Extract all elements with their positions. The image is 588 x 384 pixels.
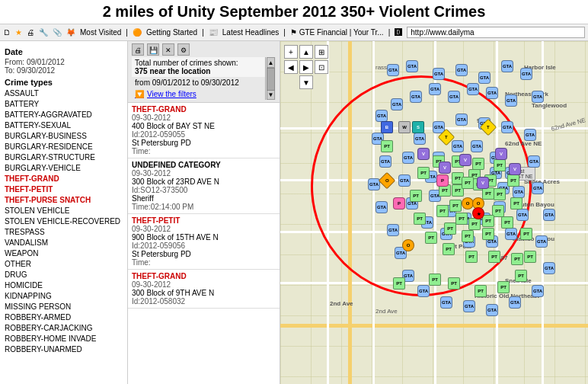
crime-marker[interactable]: GTA <box>505 228 517 240</box>
crime-marker[interactable]: PT <box>425 232 437 244</box>
crime-marker[interactable]: ★ <box>472 207 484 219</box>
crime-marker[interactable]: PT <box>448 277 460 290</box>
crime-marker[interactable]: PT <box>462 230 474 242</box>
crime-marker[interactable]: GTA <box>524 129 536 141</box>
scroll-thumb[interactable] <box>267 68 275 91</box>
crime-marker[interactable]: GTA <box>455 64 468 76</box>
crime-type-item[interactable]: ROBBERY-CARJACKING <box>5 323 123 334</box>
crime-marker[interactable]: PT <box>393 277 405 290</box>
crime-marker[interactable]: PT <box>510 197 522 210</box>
crime-marker[interactable]: PT <box>381 140 393 152</box>
crime-marker[interactable]: PT <box>455 213 468 225</box>
crime-marker[interactable]: PT <box>410 190 422 202</box>
crime-marker[interactable]: V <box>477 177 489 189</box>
crime-marker[interactable]: W <box>398 121 411 133</box>
crime-marker[interactable]: GTA <box>375 110 388 122</box>
crime-marker[interactable]: P <box>393 197 405 210</box>
scroll-down[interactable]: ▼ <box>267 89 275 100</box>
crime-marker[interactable]: GTA <box>535 235 548 248</box>
crime-type-item[interactable]: KIDNAPPING <box>5 291 123 302</box>
crime-type-item[interactable]: STOLEN VEHICLE <box>5 206 123 216</box>
crime-marker[interactable]: GTA <box>513 186 525 198</box>
crime-marker[interactable]: O <box>379 172 396 190</box>
crime-type-item[interactable]: BURGLARY-STRUCTURE <box>5 152 123 163</box>
crime-marker[interactable]: GTA <box>448 91 460 103</box>
crime-type-item[interactable]: ASSAULT <box>5 88 123 99</box>
crime-type-item[interactable]: WEAPON <box>5 248 123 259</box>
crime-type-item[interactable]: HOMICIDE <box>5 280 123 291</box>
crime-marker[interactable]: GTA <box>509 296 521 309</box>
crime-marker[interactable]: GTA <box>452 140 464 152</box>
crime-marker[interactable]: GTA <box>516 209 529 221</box>
crime-marker[interactable]: GTA <box>379 155 391 168</box>
crime-marker[interactable]: GTA <box>486 304 498 316</box>
crime-marker[interactable]: GTA <box>520 68 532 80</box>
crime-marker[interactable]: P <box>436 174 449 187</box>
crime-marker[interactable]: GTA <box>391 98 403 110</box>
crime-type-item[interactable]: THEFT-PETIT <box>5 184 123 195</box>
crime-marker[interactable]: PT <box>497 281 510 293</box>
crime-marker[interactable]: V <box>495 148 507 160</box>
crime-type-item[interactable]: OTHER <box>5 259 123 270</box>
crime-type-item[interactable]: BATTERY-AGGRAVATED <box>5 110 123 120</box>
crime-marker[interactable]: PT <box>501 216 513 229</box>
zoom-full-btn[interactable]: ⊞ <box>315 45 328 59</box>
crime-marker[interactable]: GTA <box>528 155 540 168</box>
crime-marker[interactable]: V <box>417 148 430 160</box>
crime-marker[interactable]: PT <box>414 213 426 225</box>
crime-type-item[interactable]: ROBBERY-ARMED <box>5 312 123 323</box>
crime-marker[interactable]: GTA <box>543 262 555 274</box>
crime-marker[interactable]: GTA <box>501 60 513 72</box>
crime-marker[interactable]: GTA <box>463 300 475 312</box>
crime-marker[interactable]: GTA <box>429 83 441 95</box>
crime-marker[interactable]: V <box>459 154 471 166</box>
crime-marker[interactable]: GTA <box>532 285 544 297</box>
print-icon[interactable]: 🖨 <box>132 43 144 56</box>
crime-marker[interactable]: GTA <box>375 201 388 213</box>
crime-marker[interactable]: PT <box>515 270 527 282</box>
crime-type-item[interactable]: THEFT-GRAND <box>5 174 123 184</box>
crime-marker[interactable]: GTA <box>433 68 445 80</box>
pan-right-btn[interactable]: ▶ <box>299 60 313 74</box>
crime-type-item[interactable]: THEFT-PURSE SNATCH <box>5 195 123 206</box>
crime-type-item[interactable]: STOLEN VEHICLE-RECOVERED <box>5 216 123 227</box>
delete-icon[interactable]: ✕ <box>162 43 174 56</box>
crime-type-item[interactable]: BURGLARY-RESIDENCE <box>5 142 123 152</box>
crime-marker[interactable]: PT <box>417 167 430 179</box>
crime-marker[interactable]: PT <box>524 251 536 263</box>
crime-type-item[interactable]: DRUG <box>5 270 123 280</box>
pan-left-btn[interactable]: ◀ <box>284 60 298 74</box>
crime-type-item[interactable]: VANDALISM <box>5 238 123 248</box>
crime-marker[interactable]: GTA <box>505 94 517 107</box>
crime-marker[interactable]: GTA <box>410 91 422 103</box>
crime-marker[interactable]: GTA <box>398 174 411 187</box>
crime-marker[interactable]: PT <box>465 251 478 263</box>
view-filters-link[interactable]: 🔽 View the filters <box>132 88 265 100</box>
zoom-in-btn[interactable]: + <box>284 45 298 59</box>
crime-marker[interactable]: PT <box>468 218 481 230</box>
crime-marker[interactable]: GTA <box>417 285 430 297</box>
crime-marker[interactable]: GTA <box>440 296 452 309</box>
crime-marker[interactable]: PT <box>494 188 506 200</box>
crime-marker[interactable]: PT <box>507 174 519 187</box>
crime-type-item[interactable]: BATTERY-SEXUAL <box>5 120 123 131</box>
crime-marker[interactable]: PT <box>444 222 456 235</box>
crime-marker[interactable]: PT <box>482 215 494 227</box>
crime-marker[interactable]: GTA <box>387 224 399 236</box>
crime-marker[interactable]: S <box>412 121 424 133</box>
crime-marker[interactable]: GTA <box>467 83 479 95</box>
pan-up-btn[interactable]: ▲ <box>299 45 313 59</box>
crime-marker[interactable]: PT <box>511 253 523 265</box>
crime-marker[interactable]: GTA <box>532 182 544 194</box>
crime-marker[interactable]: GTA <box>478 72 491 84</box>
pan-down-btn[interactable]: ▼ <box>299 75 313 89</box>
url-bar[interactable] <box>407 27 585 38</box>
crime-marker[interactable]: GTA <box>387 64 399 76</box>
crime-marker[interactable]: PT <box>520 228 532 240</box>
crime-marker[interactable]: PT <box>482 228 494 240</box>
crime-type-item[interactable]: ROBBERY-UNARMED <box>5 344 123 355</box>
crime-marker[interactable]: PT <box>429 274 441 286</box>
crime-marker[interactable]: GTA <box>543 209 555 221</box>
crime-marker[interactable]: GTA <box>414 133 426 145</box>
crime-marker[interactable]: PT <box>462 177 474 189</box>
